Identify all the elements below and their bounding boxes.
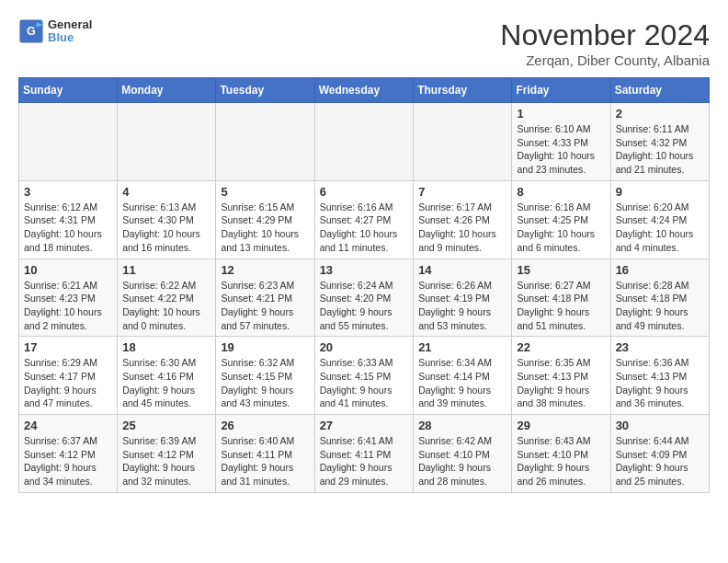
day-info: Sunrise: 6:27 AM Sunset: 4:18 PM Dayligh… bbox=[517, 279, 605, 333]
calendar-cell bbox=[118, 103, 216, 181]
day-info: Sunrise: 6:30 AM Sunset: 4:16 PM Dayligh… bbox=[122, 356, 210, 410]
day-info: Sunrise: 6:17 AM Sunset: 4:26 PM Dayligh… bbox=[418, 201, 506, 255]
calendar-week-1: 3Sunrise: 6:12 AM Sunset: 4:31 PM Daylig… bbox=[19, 180, 710, 259]
day-info: Sunrise: 6:26 AM Sunset: 4:19 PM Dayligh… bbox=[418, 279, 506, 333]
calendar-body: 1Sunrise: 6:10 AM Sunset: 4:33 PM Daylig… bbox=[19, 103, 710, 493]
day-number: 13 bbox=[320, 263, 409, 277]
calendar-cell: 2Sunrise: 6:11 AM Sunset: 4:32 PM Daylig… bbox=[610, 103, 709, 181]
calendar-cell: 24Sunrise: 6:37 AM Sunset: 4:12 PM Dayli… bbox=[19, 415, 118, 493]
calendar-cell: 15Sunrise: 6:27 AM Sunset: 4:18 PM Dayli… bbox=[512, 259, 610, 337]
day-info: Sunrise: 6:22 AM Sunset: 4:22 PM Dayligh… bbox=[122, 279, 210, 333]
page-subtitle: Zerqan, Diber County, Albania bbox=[500, 52, 710, 68]
calendar-cell bbox=[19, 103, 118, 181]
day-info: Sunrise: 6:24 AM Sunset: 4:20 PM Dayligh… bbox=[320, 279, 409, 333]
calendar-cell: 8Sunrise: 6:18 AM Sunset: 4:25 PM Daylig… bbox=[512, 180, 610, 259]
day-number: 8 bbox=[517, 185, 605, 199]
weekday-header-monday: Monday bbox=[118, 78, 216, 103]
day-number: 7 bbox=[418, 185, 506, 199]
svg-text:G: G bbox=[27, 25, 36, 38]
day-info: Sunrise: 6:40 AM Sunset: 4:11 PM Dayligh… bbox=[221, 434, 309, 488]
day-info: Sunrise: 6:20 AM Sunset: 4:24 PM Dayligh… bbox=[616, 201, 704, 255]
calendar-cell: 25Sunrise: 6:39 AM Sunset: 4:12 PM Dayli… bbox=[118, 415, 216, 493]
day-number: 26 bbox=[221, 419, 309, 432]
day-number: 28 bbox=[418, 419, 506, 432]
logo-line1: General bbox=[48, 18, 92, 31]
calendar-cell bbox=[314, 103, 414, 181]
logo: G General Blue bbox=[18, 18, 92, 45]
calendar-week-0: 1Sunrise: 6:10 AM Sunset: 4:33 PM Daylig… bbox=[19, 103, 710, 181]
calendar-cell: 19Sunrise: 6:32 AM Sunset: 4:15 PM Dayli… bbox=[216, 337, 314, 415]
calendar-cell: 12Sunrise: 6:23 AM Sunset: 4:21 PM Dayli… bbox=[216, 259, 314, 337]
day-info: Sunrise: 6:13 AM Sunset: 4:30 PM Dayligh… bbox=[122, 201, 210, 255]
weekday-header-tuesday: Tuesday bbox=[216, 78, 314, 103]
day-number: 15 bbox=[517, 263, 605, 277]
calendar-cell: 17Sunrise: 6:29 AM Sunset: 4:17 PM Dayli… bbox=[19, 337, 118, 415]
day-info: Sunrise: 6:39 AM Sunset: 4:12 PM Dayligh… bbox=[122, 434, 210, 488]
day-number: 5 bbox=[221, 185, 309, 199]
weekday-header-saturday: Saturday bbox=[610, 78, 709, 103]
calendar-cell: 6Sunrise: 6:16 AM Sunset: 4:27 PM Daylig… bbox=[314, 180, 414, 259]
day-number: 12 bbox=[221, 263, 309, 277]
calendar-cell: 4Sunrise: 6:13 AM Sunset: 4:30 PM Daylig… bbox=[118, 180, 216, 259]
day-number: 10 bbox=[24, 263, 112, 277]
day-info: Sunrise: 6:18 AM Sunset: 4:25 PM Dayligh… bbox=[517, 201, 605, 255]
calendar-cell: 29Sunrise: 6:43 AM Sunset: 4:10 PM Dayli… bbox=[512, 415, 610, 493]
weekday-header-row: SundayMondayTuesdayWednesdayThursdayFrid… bbox=[19, 78, 710, 103]
calendar-cell bbox=[414, 103, 512, 181]
calendar-cell: 30Sunrise: 6:44 AM Sunset: 4:09 PM Dayli… bbox=[610, 415, 709, 493]
calendar-cell: 20Sunrise: 6:33 AM Sunset: 4:15 PM Dayli… bbox=[314, 337, 414, 415]
day-number: 21 bbox=[418, 340, 506, 354]
day-number: 3 bbox=[24, 185, 112, 199]
weekday-header-friday: Friday bbox=[512, 78, 610, 103]
day-number: 29 bbox=[517, 419, 605, 432]
day-info: Sunrise: 6:42 AM Sunset: 4:10 PM Dayligh… bbox=[418, 434, 506, 488]
day-number: 2 bbox=[616, 107, 704, 121]
calendar-table: SundayMondayTuesdayWednesdayThursdayFrid… bbox=[18, 77, 710, 493]
day-number: 27 bbox=[320, 419, 409, 432]
calendar-cell: 23Sunrise: 6:36 AM Sunset: 4:13 PM Dayli… bbox=[610, 337, 709, 415]
day-number: 4 bbox=[122, 185, 210, 199]
day-info: Sunrise: 6:21 AM Sunset: 4:23 PM Dayligh… bbox=[24, 279, 112, 333]
calendar-cell: 16Sunrise: 6:28 AM Sunset: 4:18 PM Dayli… bbox=[610, 259, 709, 337]
day-number: 9 bbox=[616, 185, 704, 199]
day-info: Sunrise: 6:28 AM Sunset: 4:18 PM Dayligh… bbox=[616, 279, 704, 333]
calendar-cell: 18Sunrise: 6:30 AM Sunset: 4:16 PM Dayli… bbox=[118, 337, 216, 415]
day-number: 22 bbox=[517, 340, 605, 354]
calendar-week-3: 17Sunrise: 6:29 AM Sunset: 4:17 PM Dayli… bbox=[19, 337, 710, 415]
calendar-cell: 9Sunrise: 6:20 AM Sunset: 4:24 PM Daylig… bbox=[610, 180, 709, 259]
day-number: 18 bbox=[122, 340, 210, 354]
day-info: Sunrise: 6:33 AM Sunset: 4:15 PM Dayligh… bbox=[320, 356, 409, 410]
page-header: G General Blue November 2024 Zerqan, Dib… bbox=[18, 18, 710, 68]
calendar-cell: 28Sunrise: 6:42 AM Sunset: 4:10 PM Dayli… bbox=[414, 415, 512, 493]
day-info: Sunrise: 6:23 AM Sunset: 4:21 PM Dayligh… bbox=[221, 279, 309, 333]
calendar-cell: 7Sunrise: 6:17 AM Sunset: 4:26 PM Daylig… bbox=[414, 180, 512, 259]
day-info: Sunrise: 6:43 AM Sunset: 4:10 PM Dayligh… bbox=[517, 434, 605, 488]
day-info: Sunrise: 6:16 AM Sunset: 4:27 PM Dayligh… bbox=[320, 201, 409, 255]
day-number: 19 bbox=[221, 340, 309, 354]
day-info: Sunrise: 6:10 AM Sunset: 4:33 PM Dayligh… bbox=[517, 122, 605, 177]
calendar-header: SundayMondayTuesdayWednesdayThursdayFrid… bbox=[19, 78, 710, 103]
calendar-cell: 3Sunrise: 6:12 AM Sunset: 4:31 PM Daylig… bbox=[19, 180, 118, 259]
calendar-cell: 27Sunrise: 6:41 AM Sunset: 4:11 PM Dayli… bbox=[314, 415, 414, 493]
day-number: 1 bbox=[517, 107, 605, 121]
day-info: Sunrise: 6:44 AM Sunset: 4:09 PM Dayligh… bbox=[616, 434, 704, 488]
day-info: Sunrise: 6:34 AM Sunset: 4:14 PM Dayligh… bbox=[418, 356, 506, 410]
day-number: 25 bbox=[122, 419, 210, 432]
day-info: Sunrise: 6:37 AM Sunset: 4:12 PM Dayligh… bbox=[24, 434, 112, 488]
calendar-cell: 21Sunrise: 6:34 AM Sunset: 4:14 PM Dayli… bbox=[414, 337, 512, 415]
day-number: 11 bbox=[122, 263, 210, 277]
calendar-cell: 11Sunrise: 6:22 AM Sunset: 4:22 PM Dayli… bbox=[118, 259, 216, 337]
logo-text: General Blue bbox=[48, 18, 92, 45]
logo-line2: Blue bbox=[48, 31, 92, 44]
weekday-header-wednesday: Wednesday bbox=[314, 78, 414, 103]
day-info: Sunrise: 6:36 AM Sunset: 4:13 PM Dayligh… bbox=[616, 356, 704, 410]
calendar-cell bbox=[216, 103, 314, 181]
calendar-cell: 26Sunrise: 6:40 AM Sunset: 4:11 PM Dayli… bbox=[216, 415, 314, 493]
calendar-cell: 5Sunrise: 6:15 AM Sunset: 4:29 PM Daylig… bbox=[216, 180, 314, 259]
weekday-header-thursday: Thursday bbox=[414, 78, 512, 103]
calendar-cell: 22Sunrise: 6:35 AM Sunset: 4:13 PM Dayli… bbox=[512, 337, 610, 415]
title-area: November 2024 Zerqan, Diber County, Alba… bbox=[500, 18, 710, 68]
day-number: 17 bbox=[24, 340, 112, 354]
weekday-header-sunday: Sunday bbox=[19, 78, 118, 103]
day-number: 30 bbox=[616, 419, 704, 432]
